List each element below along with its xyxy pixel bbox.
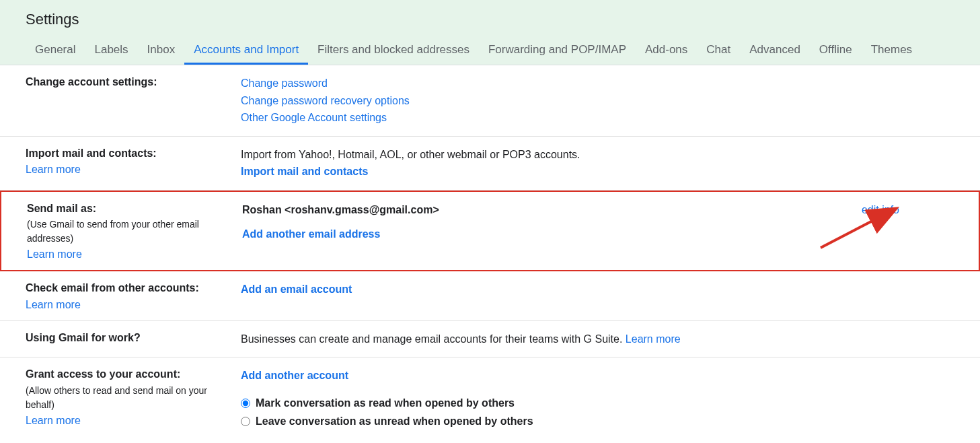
tab-advanced[interactable]: Advanced [740,36,810,65]
add-email-link[interactable]: Add another email address [242,226,380,243]
check-email-learn-more[interactable]: Learn more [26,299,81,311]
edit-info-link[interactable]: edit info [862,201,899,219]
grant-access-label: Grant access to your account: [26,367,227,382]
leave-unread-radio[interactable] [241,417,250,426]
change-account-label: Change account settings: [26,75,227,90]
add-email-account-link[interactable]: Add an email account [241,281,954,298]
send-mail-as-note: (Use Gmail to send from your other email… [27,217,229,246]
gmail-work-desc: Businesses can create and manage email a… [241,333,626,345]
gmail-work-label: Using Gmail for work? [26,331,227,345]
import-mail-desc: Import from Yahoo!, Hotmail, AOL, or oth… [241,146,954,164]
section-grant-access: Grant access to your account: (Allow oth… [0,357,980,440]
gmail-work-learn-more[interactable]: Learn more [626,333,681,345]
mark-read-label[interactable]: Mark conversation as read when opened by… [256,394,515,412]
send-mail-as-label: Send mail as: [27,201,229,216]
section-gmail-work: Using Gmail for work? Businesses can cre… [0,321,980,358]
tab-addons[interactable]: Add-ons [636,36,697,65]
tab-forwarding[interactable]: Forwarding and POP/IMAP [479,36,636,65]
send-mail-as-current: Roshan <roshanv.gmass@gmail.com> [242,201,848,219]
mark-read-radio[interactable] [241,399,250,408]
tab-inbox[interactable]: Inbox [138,36,185,65]
other-settings-link[interactable]: Other Google Account settings [241,109,954,127]
grant-access-learn-more[interactable]: Learn more [26,415,81,427]
change-password-link[interactable]: Change password [241,75,954,92]
send-mail-as-learn-more[interactable]: Learn more [27,248,82,261]
tabs-bar: General Labels Inbox Accounts and Import… [0,36,980,65]
tab-accounts-import[interactable]: Accounts and Import [184,36,308,65]
check-email-label: Check email from other accounts: [26,281,227,296]
grant-access-note: (Allow others to read and send mail on y… [26,384,227,412]
highlight-send-mail-as: Send mail as: (Use Gmail to send from yo… [0,191,980,271]
tab-filters[interactable]: Filters and blocked addresses [308,36,479,65]
section-import-mail: Import mail and contacts: Learn more Imp… [0,137,980,191]
tab-themes[interactable]: Themes [862,36,921,65]
section-check-email: Check email from other accounts: Learn m… [0,271,980,320]
change-recovery-link[interactable]: Change password recovery options [241,92,954,110]
import-mail-action[interactable]: Import mail and contacts [241,163,954,180]
import-mail-learn-more[interactable]: Learn more [26,164,81,176]
section-change-account: Change account settings: Change password… [0,65,980,137]
tab-offline[interactable]: Offline [810,36,862,65]
import-mail-label: Import mail and contacts: [26,146,227,161]
tab-labels[interactable]: Labels [85,36,137,65]
tab-chat[interactable]: Chat [697,36,740,65]
add-another-account-link[interactable]: Add another account [241,367,954,384]
tab-general[interactable]: General [26,36,85,65]
page-title: Settings [0,11,980,36]
leave-unread-label[interactable]: Leave conversation as unread when opened… [256,412,533,430]
